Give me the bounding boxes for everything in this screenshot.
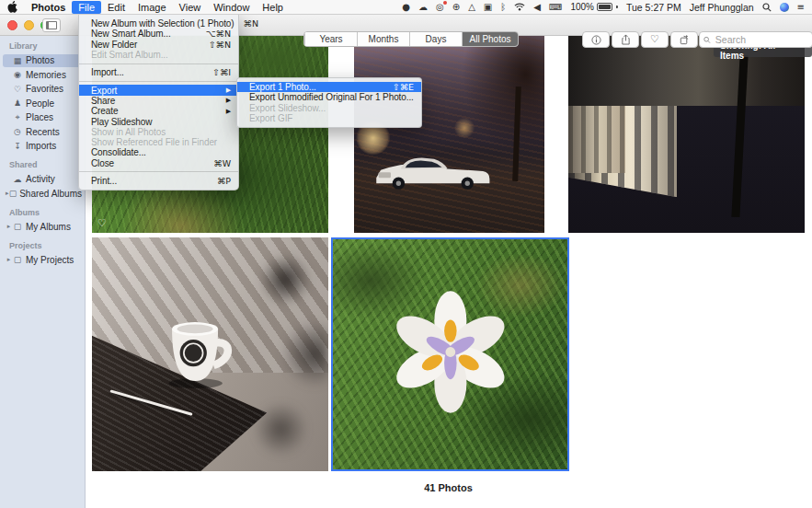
display-icon[interactable]: ▣ [484, 3, 492, 12]
wifi-icon[interactable] [514, 3, 525, 11]
menu-item-new-folder[interactable]: New Folder ⇧⌘N [79, 40, 238, 50]
sidebar-item-favorites[interactable]: ♡ Favorites [3, 83, 82, 96]
menu-item-label: Consolidate... [91, 147, 146, 157]
menubar-help[interactable]: Help [256, 1, 290, 14]
menu-item-shortcut: ⇧⌘N [200, 40, 231, 50]
window-close-button[interactable] [7, 20, 17, 30]
cloud-sync-icon[interactable]: ☁ [418, 3, 428, 12]
sidebar-item-label: Activity [26, 174, 55, 184]
menu-item-label: New Smart Album... [91, 29, 171, 39]
menu-item-print[interactable]: Print... ⌘P [79, 176, 238, 186]
sidebar-toggle-icon [46, 21, 57, 29]
sidebar-item-label: Photos [26, 55, 54, 65]
favorite-heart-icon[interactable]: ♡ [97, 217, 107, 229]
memories-icon: ◉ [12, 70, 23, 79]
menu-item-export[interactable]: Export ▶ [79, 85, 238, 95]
photo-thumbnail-flower-selected[interactable] [331, 237, 569, 471]
menu-item-play-slideshow[interactable]: Play Slideshow [79, 116, 238, 126]
tab-all-photos[interactable]: All Photos [462, 32, 518, 46]
sidebar-item-label: Shared Albums [19, 189, 82, 199]
sidebar-item-activity[interactable]: ☁ Activity [3, 173, 82, 186]
tab-days[interactable]: Days [409, 32, 462, 46]
favorite-button[interactable]: ♡ [641, 31, 669, 48]
share-button[interactable] [612, 31, 639, 48]
menu-item-shortcut: ⌘N [234, 18, 258, 29]
mug-shape [139, 294, 252, 406]
view-segmented-control: Years Months Days All Photos [303, 31, 519, 47]
info-button[interactable] [582, 31, 610, 48]
photos-app-window: ♡ [0, 0, 812, 508]
sidebar-toggle-button[interactable] [42, 18, 61, 32]
photo-thumbnail-mug-bw[interactable] [92, 237, 328, 471]
airplay-icon[interactable]: △ [468, 3, 475, 12]
disclosure-triangle-icon[interactable]: ▸ [6, 223, 12, 230]
input-source-icon[interactable]: ⌨ [549, 3, 562, 12]
menubar-item-label: Edit [108, 2, 125, 13]
sidebar-item-memories[interactable]: ◉ Memories [3, 68, 82, 81]
menu-item-label: Export 1 Photo... [249, 82, 316, 92]
sidebar-header-projects: Projects [0, 235, 85, 252]
notification-center-icon[interactable]: ≡ [797, 3, 805, 12]
tab-months[interactable]: Months [357, 32, 409, 46]
menubar-image[interactable]: Image [132, 1, 173, 14]
battery-status[interactable]: 100% [570, 2, 618, 12]
menu-item-label: Edit Smart Album... [91, 50, 168, 60]
menubar-item-label: View [179, 2, 201, 13]
sidebar-section-library: Library ▦ Photos ◉ Memories [0, 35, 85, 153]
sidebar-item-label: Memories [26, 70, 66, 80]
menubar-user-name[interactable]: Jeff Phungglan [690, 2, 754, 13]
menu-bar-left: Photos File Edit Image View [7, 1, 290, 14]
menu-item-share[interactable]: Share ▶ [79, 96, 238, 106]
search-input[interactable] [714, 33, 808, 46]
menu-item-close[interactable]: Close ⌘W [79, 158, 238, 168]
sidebar-item-recents[interactable]: ◷ Recents [3, 125, 82, 138]
menu-item-create[interactable]: Create ▶ [79, 106, 238, 116]
rotate-button[interactable] [670, 31, 698, 48]
tab-years[interactable]: Years [304, 32, 357, 46]
menu-item-export-1-photo[interactable]: Export 1 Photo... ⇧⌘E [237, 82, 421, 92]
status-dot-icon[interactable]: ● [402, 3, 410, 12]
menu-item-label: Export GIF [249, 113, 292, 123]
menu-item-label: Close [91, 158, 114, 168]
menu-item-consolidate[interactable]: Consolidate... [79, 147, 238, 157]
menu-item-label: Play Slideshow [91, 117, 152, 127]
menubar-item-label: Help [262, 2, 283, 13]
menu-item-shortcut: ⌥⌘N [197, 29, 231, 39]
tab-label: All Photos [469, 34, 510, 44]
menu-item-export-unmodified-original[interactable]: Export Unmodified Original For 1 Photo..… [237, 92, 421, 102]
menu-item-new-album-with-selection[interactable]: New Album with Selection (1 Photo) ⌘N [79, 18, 238, 29]
menu-item-label: Import... [91, 67, 124, 77]
menubar-window[interactable]: Window [207, 1, 256, 14]
photo-thumbnail-night-car[interactable] [354, 35, 544, 233]
menu-item-shortcut: ⌘P [208, 176, 231, 186]
sidebar-item-shared-albums[interactable]: ▸ ▢ Shared Albums [3, 187, 82, 200]
globe-icon[interactable]: ⊕ [452, 3, 460, 12]
menubar-view[interactable]: View [173, 1, 208, 14]
menubar-app-photos[interactable]: Photos [25, 1, 72, 14]
apple-menu[interactable] [7, 1, 17, 13]
menu-item-label: Print... [91, 176, 117, 186]
sidebar-item-my-albums[interactable]: ▸ ▢ My Albums [3, 220, 82, 233]
menubar-file[interactable]: File [72, 1, 101, 14]
menu-item-import[interactable]: Import... ⇧⌘I [79, 67, 238, 77]
photo-thumbnail-night-street[interactable] [568, 35, 805, 233]
menu-item-new-smart-album[interactable]: New Smart Album... ⌥⌘N [79, 29, 238, 39]
sidebar-section-albums: Albums ▸ ▢ My Albums [0, 202, 85, 234]
sidebar-item-people[interactable]: ♟ People [3, 97, 82, 110]
app-status-icon[interactable]: ◎ [436, 3, 444, 12]
disclosure-triangle-icon[interactable]: ▸ [6, 256, 12, 263]
sidebar-item-photos[interactable]: ▦ Photos [3, 54, 82, 67]
bluetooth-icon[interactable]: ᛒ [500, 3, 506, 12]
menubar-edit[interactable]: Edit [101, 1, 132, 14]
menubar-clock[interactable]: Tue 5:27 PM [626, 2, 681, 13]
search-field[interactable] [699, 31, 812, 48]
imports-icon: ↧ [12, 142, 23, 151]
siri-icon[interactable] [780, 3, 789, 12]
sidebar-item-places[interactable]: ⌖ Places [3, 111, 82, 124]
sidebar-item-my-projects[interactable]: ▸ ▢ My Projects [3, 253, 82, 266]
volume-icon[interactable]: ◀ [533, 3, 541, 12]
menu-item-label: New Album with Selection (1 Photo) [91, 18, 234, 29]
window-minimize-button[interactable] [24, 20, 34, 30]
spotlight-search-icon[interactable] [762, 3, 772, 12]
sidebar-item-imports[interactable]: ↧ Imports [3, 140, 82, 153]
